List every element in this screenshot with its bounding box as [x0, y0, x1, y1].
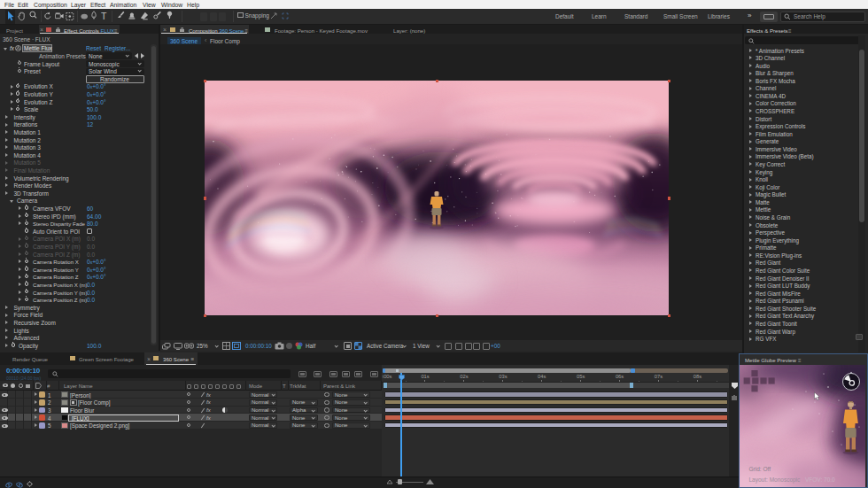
svg-text:VFOV: 70.0: VFOV: 70.0	[805, 476, 835, 483]
svg-text:Grid: Off: Grid: Off	[749, 466, 771, 472]
svg-text:Layout: Monoscopic: Layout: Monoscopic	[749, 476, 802, 484]
